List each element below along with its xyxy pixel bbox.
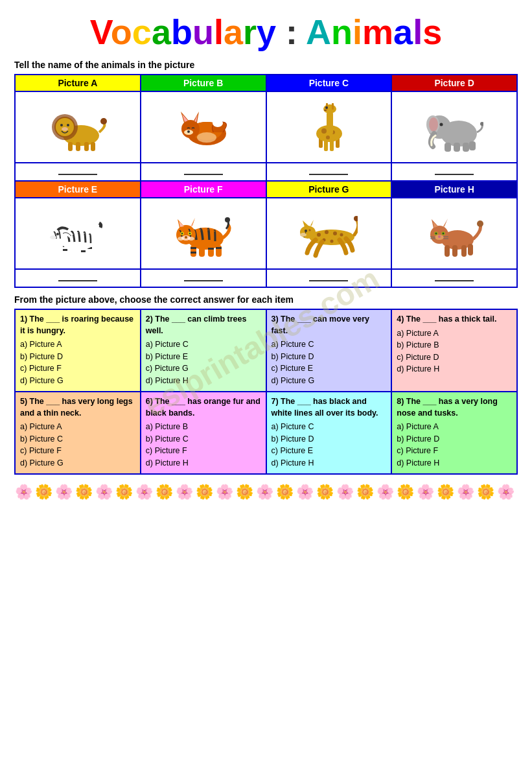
cheetah-svg xyxy=(299,206,358,258)
zebra-svg xyxy=(49,206,107,258)
svg-point-95 xyxy=(305,230,307,232)
svg-point-14 xyxy=(213,119,223,127)
svg-point-59 xyxy=(50,235,56,239)
svg-rect-8 xyxy=(68,142,73,151)
picture-f-cell xyxy=(141,198,266,269)
svg-rect-31 xyxy=(327,112,333,135)
svg-point-7 xyxy=(100,118,107,124)
answer-g xyxy=(266,269,392,287)
answer-a xyxy=(15,163,141,181)
svg-rect-67 xyxy=(191,252,196,254)
answer-e xyxy=(15,269,141,287)
svg-point-87 xyxy=(333,231,337,235)
picture-d-cell xyxy=(391,91,517,163)
quiz-q5: 5) The ___ has very long legs and a thin… xyxy=(15,392,141,474)
svg-point-86 xyxy=(325,230,329,234)
svg-rect-65 xyxy=(216,245,222,257)
svg-rect-66 xyxy=(191,247,196,249)
svg-point-85 xyxy=(317,233,321,237)
svg-rect-64 xyxy=(208,245,214,257)
pic-header-e: Picture E xyxy=(15,181,141,198)
quiz-q4: 4) The ___ has a thick tail. a) Picture … xyxy=(391,309,517,392)
svg-rect-44 xyxy=(463,143,469,152)
svg-point-96 xyxy=(300,233,306,237)
svg-point-22 xyxy=(197,132,216,143)
svg-point-60 xyxy=(56,233,59,235)
svg-point-4 xyxy=(60,124,63,126)
picture-g-cell xyxy=(266,198,392,269)
lion-svg xyxy=(49,100,107,152)
svg-rect-45 xyxy=(469,141,476,150)
section1-instruction: Tell the name of the animals in the pict… xyxy=(14,60,518,70)
svg-point-92 xyxy=(300,226,316,239)
svg-rect-62 xyxy=(191,245,196,257)
tiger-svg xyxy=(174,206,233,258)
svg-rect-55 xyxy=(81,250,86,252)
svg-rect-68 xyxy=(208,248,214,250)
svg-point-46 xyxy=(480,122,483,126)
answer-h xyxy=(391,269,517,287)
svg-point-80 xyxy=(185,236,187,239)
fox-svg xyxy=(174,100,233,152)
svg-point-90 xyxy=(330,240,334,243)
svg-point-41 xyxy=(440,123,443,126)
svg-rect-52 xyxy=(63,249,67,251)
svg-rect-9 xyxy=(76,142,80,151)
picture-h-cell xyxy=(391,198,517,269)
svg-point-35 xyxy=(325,106,328,109)
elephant-svg xyxy=(425,100,483,152)
svg-point-81 xyxy=(225,217,230,222)
quiz-table: 1) The ___ is roaring because it is hung… xyxy=(14,309,518,475)
quiz-q3: 3) The ___ can move very fast. a) Pictur… xyxy=(266,309,392,392)
svg-point-107 xyxy=(443,233,445,235)
svg-rect-116 xyxy=(461,245,467,257)
picture-e-cell xyxy=(15,198,141,269)
answer-b xyxy=(141,163,266,181)
quiz-q8: 8) The ___ has a very long nose and tusk… xyxy=(391,392,517,474)
pic-header-h: Picture H xyxy=(391,181,517,198)
svg-rect-115 xyxy=(452,245,457,257)
svg-rect-63 xyxy=(199,245,205,257)
svg-rect-117 xyxy=(468,244,473,255)
svg-point-15 xyxy=(181,120,200,138)
pic-header-a: Picture A xyxy=(15,75,141,91)
pic-header-c: Picture C xyxy=(266,75,392,91)
svg-rect-114 xyxy=(445,245,450,257)
svg-point-70 xyxy=(176,225,196,244)
svg-point-83 xyxy=(188,237,194,241)
svg-point-91 xyxy=(354,216,358,221)
svg-point-5 xyxy=(67,124,69,126)
quiz-q7: 7) The ___ has black and white lines all… xyxy=(266,392,392,474)
pic-header-g: Picture G xyxy=(266,181,392,198)
svg-marker-93 xyxy=(303,220,309,227)
svg-point-30 xyxy=(326,136,330,139)
picture-table: Picture A Picture B Picture C Picture D xyxy=(14,74,518,288)
quiz-q6: 6) The ___ has orange fur and black band… xyxy=(141,392,266,474)
svg-rect-34 xyxy=(332,103,334,110)
picture-c-cell xyxy=(266,91,392,163)
svg-point-77 xyxy=(181,233,183,235)
quiz-q1: 1) The ___ is roaring because it is hung… xyxy=(15,309,141,392)
svg-point-118 xyxy=(477,220,483,227)
svg-rect-10 xyxy=(84,142,89,151)
section2-instruction: From the picture above, choose the corre… xyxy=(14,294,518,305)
svg-point-88 xyxy=(340,233,343,237)
svg-point-36 xyxy=(324,110,327,111)
cat-svg xyxy=(425,206,483,258)
svg-marker-94 xyxy=(310,220,314,226)
pic-header-f: Picture F xyxy=(141,181,266,198)
svg-marker-103 xyxy=(443,221,446,227)
svg-rect-43 xyxy=(454,143,460,152)
svg-point-21 xyxy=(187,130,190,133)
svg-point-97 xyxy=(309,230,311,231)
picture-a-cell xyxy=(15,91,141,163)
quiz-q2: 2) The ___ can climb trees well. a) Pict… xyxy=(141,309,266,392)
svg-point-28 xyxy=(321,128,327,134)
answer-d xyxy=(391,163,517,181)
svg-rect-69 xyxy=(216,247,222,249)
pic-header-d: Picture D xyxy=(391,75,517,91)
pic-header-b: Picture B xyxy=(141,75,266,91)
svg-point-106 xyxy=(435,233,437,235)
giraffe-svg xyxy=(299,100,358,152)
picture-b-cell xyxy=(141,91,266,163)
